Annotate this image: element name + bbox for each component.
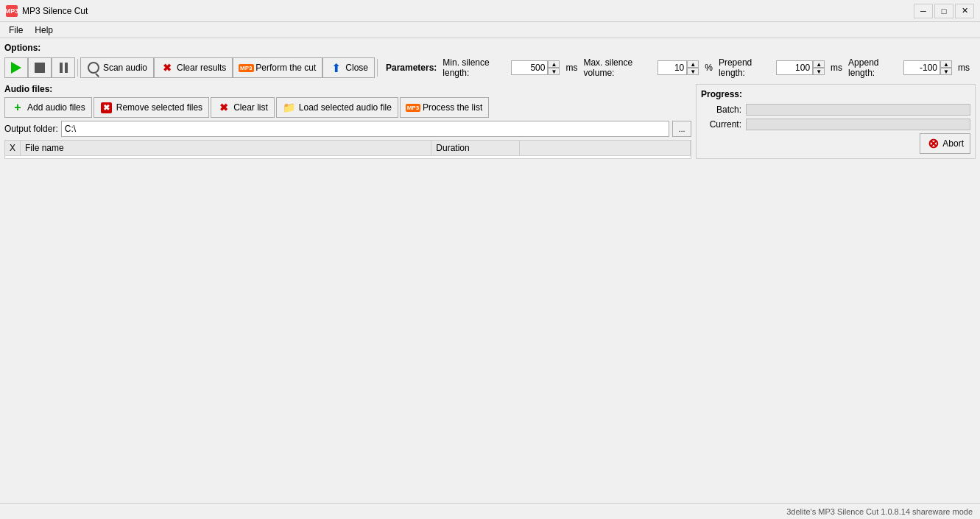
current-label: Current: [701,119,741,130]
prepend-length-label: Prepend length: [719,57,770,78]
stop-icon [33,61,46,74]
max-silence-up-button[interactable]: ▲ [687,60,699,68]
play-icon [10,61,23,74]
title-bar: MP3 MP3 Silence Cut ─ □ ✕ [0,0,980,22]
load-icon: 📁 [283,101,296,114]
prepend-up-button[interactable]: ▲ [813,60,825,68]
left-panel: Audio files: + Add audio files ✖ Remove … [4,84,691,159]
close-icon: ⬆ [329,61,342,74]
window-title: MP3 Silence Cut [22,6,914,16]
col-header-x: X [5,141,21,156]
append-spin-buttons: ▲ ▼ [940,60,952,75]
current-progress-row: Current: [701,119,970,130]
app-icon: MP3 [6,5,18,17]
output-folder-row: Output folder: ... [4,121,691,137]
file-list-table: X File name Duration [5,141,691,156]
output-folder-label: Output folder: [4,124,58,134]
min-silence-down-button[interactable]: ▼ [548,68,560,75]
min-silence-up-button[interactable]: ▲ [548,60,560,68]
toolbar-divider-2 [377,59,378,77]
remove-icon: ✖ [100,101,113,114]
main-panels: Audio files: + Add audio files ✖ Remove … [4,84,976,159]
close-button[interactable]: ⬆ Close [322,57,375,78]
menu-bar: File Help [0,22,980,38]
remove-selected-files-label: Remove selected files [116,102,202,113]
append-up-button[interactable]: ▲ [940,60,952,68]
load-audio-file-button[interactable]: 📁 Load selected audio file [276,97,398,118]
clear-results-label: Clear results [177,63,226,73]
clear-results-icon: ✖ [161,61,174,74]
max-silence-volume-label: Max. silence volume: [583,57,652,78]
menu-file[interactable]: File [3,24,29,37]
add-audio-files-button[interactable]: + Add audio files [4,97,92,118]
process-list-button[interactable]: MP3 Process the list [400,97,489,118]
maximize-button[interactable]: □ [934,4,953,18]
menu-help[interactable]: Help [29,24,59,37]
window-content: Options: Scan [0,38,980,163]
remove-selected-files-button[interactable]: ✖ Remove selected files [94,97,209,118]
abort-label: Abort [942,138,964,149]
prepend-length-input[interactable] [776,60,813,75]
audio-files-label: Audio files: [4,84,691,94]
batch-progress-bar-container [746,104,970,116]
clear-list-label: Clear list [233,102,268,113]
scan-audio-label: Scan audio [103,63,147,73]
status-bar: 3delite's MP3 Silence Cut 1.0.8.14 share… [0,503,980,519]
pause-button[interactable] [52,57,75,78]
max-silence-volume-field: ▲ ▼ [658,60,699,75]
perform-cut-button[interactable]: MP3 Perform the cut [233,57,322,78]
col-header-duration: Duration [431,141,520,156]
scan-audio-button[interactable]: Scan audio [80,57,154,78]
append-length-label: Append length: [848,57,898,78]
browse-button[interactable]: ... [672,121,691,137]
load-audio-file-label: Load selected audio file [299,102,392,113]
window-controls: ─ □ ✕ [914,4,974,18]
process-list-label: Process the list [423,102,482,113]
stop-button[interactable] [28,57,52,78]
minimize-button[interactable]: ─ [914,4,933,18]
process-icon: MP3 [406,101,420,114]
progress-section: Progress: Batch: Current: [696,84,976,159]
add-icon: + [11,101,24,114]
pause-icon [57,61,70,74]
current-progress-bar-container [746,119,970,130]
batch-label: Batch: [701,105,741,115]
perform-cut-label: Perform the cut [255,63,316,73]
toolbar-divider-1 [77,59,78,77]
prepend-down-button[interactable]: ▼ [813,68,825,75]
append-length-input[interactable] [903,60,940,75]
max-silence-volume-input[interactable] [658,60,687,75]
options-label: Options: [4,43,976,53]
prepend-spin-buttons: ▲ ▼ [813,60,825,75]
audio-files-toolbar: + Add audio files ✖ Remove selected file… [4,97,691,118]
append-down-button[interactable]: ▼ [940,68,952,75]
clear-list-icon: ✖ [217,101,230,114]
col-header-filename: File name [21,141,431,156]
close-window-button[interactable]: ✕ [955,4,974,18]
abort-button[interactable]: ⊗ Abort [920,133,970,154]
min-silence-spin-buttons: ▲ ▼ [548,60,560,75]
min-silence-length-field: ▲ ▼ [511,60,560,75]
close-label: Close [345,63,368,73]
col-header-extra [520,141,691,156]
progress-label: Progress: [701,89,970,99]
max-silence-down-button[interactable]: ▼ [687,68,699,75]
prepend-length-field: ▲ ▼ [776,60,825,75]
clear-results-button[interactable]: ✖ Clear results [154,57,233,78]
parameters-label: Parameters: [386,63,437,73]
min-silence-length-input[interactable] [511,60,548,75]
batch-progress-row: Batch: [701,104,970,116]
abort-row: ⊗ Abort [701,133,970,154]
min-silence-length-unit: ms [565,63,577,73]
max-silence-volume-unit: % [705,63,713,73]
prepend-length-unit: ms [831,63,842,73]
add-audio-files-label: Add audio files [27,102,85,113]
right-panel: Progress: Batch: Current: [696,84,976,159]
play-button[interactable] [4,57,28,78]
output-folder-input[interactable] [61,121,669,137]
status-text: 3delite's MP3 Silence Cut 1.0.8.14 share… [786,507,973,516]
perform-cut-icon: MP3 [239,61,253,74]
min-silence-length-label: Min. silence length: [443,57,505,78]
clear-list-button[interactable]: ✖ Clear list [211,97,275,118]
file-list-container: X File name Duration [4,140,691,159]
